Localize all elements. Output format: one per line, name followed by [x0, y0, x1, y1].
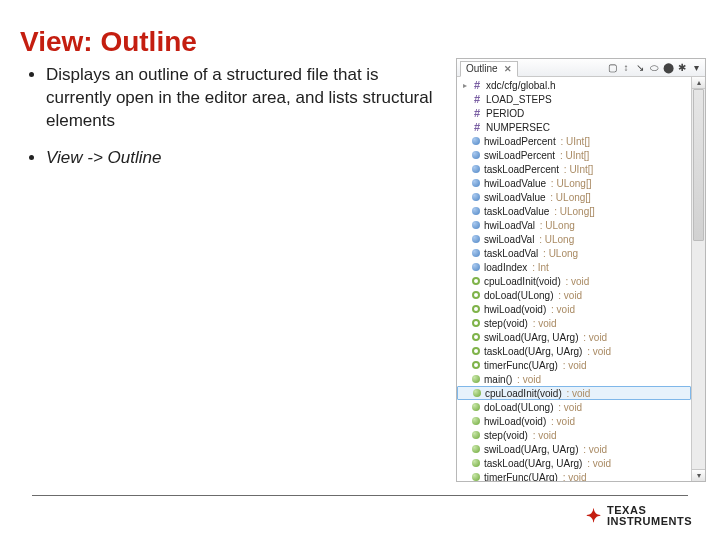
dot-green-icon — [472, 431, 480, 439]
outline-item-label: doLoad(ULong) : void — [484, 402, 582, 413]
close-icon[interactable]: ✕ — [504, 64, 512, 74]
hash-icon: # — [472, 122, 482, 132]
toolbar-icon[interactable]: ↕ — [620, 62, 632, 74]
outline-view-header: Outline ✕ ▢↕↘⬭⬤✱▾ — [457, 59, 705, 77]
expand-icon: ▸ — [461, 166, 468, 173]
outline-item-label: step(void) : void — [484, 430, 557, 441]
toolbar-icon[interactable]: ⬭ — [648, 62, 660, 74]
expand-icon: ▸ — [461, 376, 468, 383]
expand-icon: ▸ — [461, 362, 468, 369]
outline-item[interactable]: ▸swiLoadPercent : UInt[] — [457, 148, 691, 162]
ring-green-icon — [472, 347, 480, 355]
expand-icon: ▸ — [461, 138, 468, 145]
outline-item-label: xdc/cfg/global.h — [486, 80, 556, 91]
dot-green-icon — [472, 473, 480, 481]
outline-item-label: hwiLoadPercent : UInt[] — [484, 136, 590, 147]
dot-blue-icon — [472, 137, 480, 145]
dot-green-icon — [472, 459, 480, 467]
outline-item-label: taskLoadValue : ULong[] — [484, 206, 595, 217]
outline-view-panel: Outline ✕ ▢↕↘⬭⬤✱▾ ▸#xdc/cfg/global.h▸#LO… — [456, 58, 706, 482]
outline-tree-wrap: ▸#xdc/cfg/global.h▸#LOAD_STEPS▸#PERIOD▸#… — [457, 77, 705, 481]
outline-item[interactable]: ▸taskLoadValue : ULong[] — [457, 204, 691, 218]
expand-icon: ▸ — [461, 418, 468, 425]
outline-item[interactable]: ▸swiLoadValue : ULong[] — [457, 190, 691, 204]
outline-item[interactable]: ▸cpuLoadInit(void) : void — [457, 274, 691, 288]
expand-icon: ▸ — [461, 292, 468, 299]
ring-green-icon — [472, 361, 480, 369]
outline-item[interactable]: ▸hwiLoadVal : ULong — [457, 218, 691, 232]
scroll-down-button[interactable]: ▾ — [692, 469, 705, 481]
outline-item[interactable]: ▸cpuLoadInit(void) : void — [457, 386, 691, 400]
outline-item[interactable]: ▸hwiLoadPercent : UInt[] — [457, 134, 691, 148]
outline-item[interactable]: ▸hwiLoad(void) : void — [457, 414, 691, 428]
outline-item-label: timerFunc(UArg) : void — [484, 360, 587, 371]
outline-item[interactable]: ▸doLoad(ULong) : void — [457, 400, 691, 414]
outline-item[interactable]: ▸timerFunc(UArg) : void — [457, 358, 691, 372]
toolbar-icon[interactable]: ▢ — [606, 62, 618, 74]
expand-icon: ▸ — [461, 306, 468, 313]
outline-item[interactable]: ▸step(void) : void — [457, 428, 691, 442]
expand-icon: ▸ — [461, 348, 468, 355]
outline-item-label: cpuLoadInit(void) : void — [484, 276, 589, 287]
hash-icon: # — [472, 108, 482, 118]
expand-icon: ▸ — [461, 264, 468, 271]
expand-icon: ▸ — [461, 208, 468, 215]
outline-item[interactable]: ▸taskLoad(UArg, UArg) : void — [457, 344, 691, 358]
ring-green-icon — [472, 333, 480, 341]
outline-item-label: NUMPERSEC — [486, 122, 550, 133]
expand-icon: ▸ — [461, 474, 468, 481]
outline-item[interactable]: ▸taskLoad(UArg, UArg) : void — [457, 456, 691, 470]
outline-item[interactable]: ▸hwiLoadValue : ULong[] — [457, 176, 691, 190]
toolbar-icon[interactable]: ▾ — [690, 62, 702, 74]
bullet-list: Displays an outline of a structured file… — [28, 64, 438, 184]
dot-green-icon — [472, 445, 480, 453]
outline-item-label: main() : void — [484, 374, 541, 385]
dot-blue-icon — [472, 193, 480, 201]
ring-green-icon — [472, 319, 480, 327]
expand-icon: ▸ — [461, 404, 468, 411]
outline-item[interactable]: ▸doLoad(ULong) : void — [457, 288, 691, 302]
bullet-item: View -> Outline — [46, 147, 438, 170]
outline-item[interactable]: ▸swiLoad(UArg, UArg) : void — [457, 442, 691, 456]
outline-item[interactable]: ▸#xdc/cfg/global.h — [457, 78, 691, 92]
scroll-thumb[interactable] — [693, 89, 704, 241]
expand-icon: ▸ — [461, 250, 468, 257]
hash-icon: # — [472, 94, 482, 104]
ring-green-icon — [472, 305, 480, 313]
outline-item[interactable]: ▸main() : void — [457, 372, 691, 386]
outline-item[interactable]: ▸#PERIOD — [457, 106, 691, 120]
outline-tab-label: Outline — [466, 63, 498, 74]
outline-item[interactable]: ▸taskLoadPercent : UInt[] — [457, 162, 691, 176]
scroll-up-button[interactable]: ▴ — [692, 77, 705, 89]
ti-logo-text: TEXAS INSTRUMENTS — [607, 505, 692, 528]
outline-item-label: swiLoad(UArg, UArg) : void — [484, 444, 607, 455]
outline-item[interactable]: ▸taskLoadVal : ULong — [457, 246, 691, 260]
scroll-track[interactable] — [692, 89, 705, 469]
outline-item[interactable]: ▸#LOAD_STEPS — [457, 92, 691, 106]
outline-item[interactable]: ▸#NUMPERSEC — [457, 120, 691, 134]
outline-item[interactable]: ▸step(void) : void — [457, 316, 691, 330]
outline-tree[interactable]: ▸#xdc/cfg/global.h▸#LOAD_STEPS▸#PERIOD▸#… — [457, 77, 691, 481]
outline-toolbar: ▢↕↘⬭⬤✱▾ — [606, 62, 702, 74]
toolbar-icon[interactable]: ⬤ — [662, 62, 674, 74]
outline-item[interactable]: ▸hwiLoad(void) : void — [457, 302, 691, 316]
outline-item[interactable]: ▸timerFunc(UArg) : void — [457, 470, 691, 481]
outline-item[interactable]: ▸swiLoad(UArg, UArg) : void — [457, 330, 691, 344]
dot-blue-icon — [472, 235, 480, 243]
expand-icon: ▸ — [461, 194, 468, 201]
outline-item-label: hwiLoadVal : ULong — [484, 220, 575, 231]
outline-item[interactable]: ▸swiLoadVal : ULong — [457, 232, 691, 246]
toolbar-icon[interactable]: ✱ — [676, 62, 688, 74]
vertical-scrollbar[interactable]: ▴ ▾ — [691, 77, 705, 481]
ring-green-icon — [472, 277, 480, 285]
toolbar-icon[interactable]: ↘ — [634, 62, 646, 74]
hash-icon: # — [472, 80, 482, 90]
expand-icon: ▸ — [461, 124, 468, 131]
outline-tab[interactable]: Outline ✕ — [460, 61, 518, 77]
outline-item-label: taskLoadVal : ULong — [484, 248, 578, 259]
outline-item[interactable]: ▸loadIndex : Int — [457, 260, 691, 274]
outline-item-label: swiLoadValue : ULong[] — [484, 192, 591, 203]
expand-icon: ▸ — [461, 96, 468, 103]
outline-item-label: swiLoad(UArg, UArg) : void — [484, 332, 607, 343]
expand-icon[interactable]: ▸ — [461, 82, 468, 89]
